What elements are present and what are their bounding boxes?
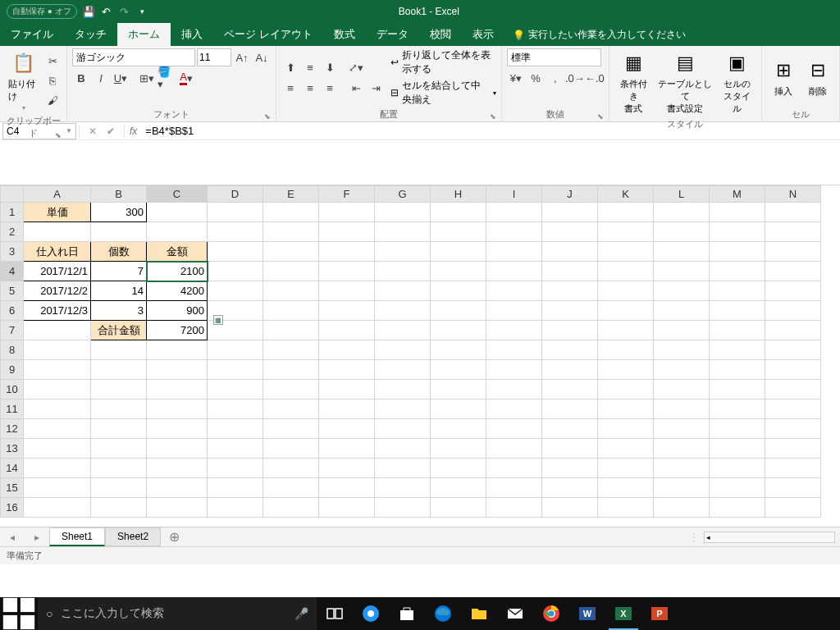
cell-N3[interactable] (765, 242, 821, 262)
cell-F15[interactable] (319, 478, 375, 498)
cell-F4[interactable] (319, 262, 375, 281)
cell-A5[interactable]: 2017/12/2 (24, 281, 91, 301)
cell-G8[interactable] (375, 340, 431, 360)
col-header-G[interactable]: G (375, 186, 431, 203)
cell-B11[interactable] (91, 399, 147, 419)
cell-M8[interactable] (710, 340, 765, 360)
row-header-9[interactable]: 9 (1, 360, 24, 380)
tab-ホーム[interactable]: ホーム (117, 23, 171, 46)
cell-J7[interactable] (542, 321, 598, 340)
col-header-A[interactable]: A (24, 186, 91, 203)
cell-L2[interactable] (654, 222, 710, 242)
cell-K2[interactable] (598, 222, 654, 242)
cell-L15[interactable] (654, 478, 710, 498)
cell-I8[interactable] (486, 340, 542, 360)
cell-F1[interactable] (319, 203, 375, 222)
task-view-icon[interactable] (317, 597, 353, 630)
cell-H12[interactable] (431, 419, 486, 439)
dialog-launcher-icon[interactable]: ⬊ (55, 131, 62, 139)
conditional-format-button[interactable]: ▦条件付き 書式 (614, 48, 653, 116)
cell-I13[interactable] (486, 439, 542, 459)
cell-E6[interactable] (263, 301, 319, 321)
col-header-I[interactable]: I (486, 186, 542, 203)
cell-H1[interactable] (431, 203, 486, 222)
cell-B6[interactable]: 3 (91, 301, 147, 321)
cell-I6[interactable] (486, 301, 542, 321)
cell-M12[interactable] (710, 419, 765, 439)
cell-N5[interactable] (765, 281, 821, 301)
cell-B5[interactable]: 14 (91, 281, 147, 301)
cell-N1[interactable] (765, 203, 821, 222)
cell-C7[interactable]: 7200 (147, 321, 208, 340)
row-header-11[interactable]: 11 (1, 399, 24, 419)
cell-G10[interactable] (375, 380, 431, 399)
cell-J2[interactable] (542, 222, 598, 242)
cell-D14[interactable] (208, 459, 263, 478)
col-header-M[interactable]: M (710, 186, 765, 203)
col-header-F[interactable]: F (319, 186, 375, 203)
tab-データ[interactable]: データ (366, 23, 419, 46)
cell-D2[interactable] (208, 222, 263, 242)
cell-D15[interactable] (208, 478, 263, 498)
cell-J3[interactable] (542, 242, 598, 262)
cut-button[interactable]: ✂ (43, 52, 62, 71)
cell-J8[interactable] (542, 340, 598, 360)
col-header-K[interactable]: K (598, 186, 654, 203)
cell-E8[interactable] (263, 340, 319, 360)
number-format-select[interactable] (507, 48, 601, 66)
cell-N11[interactable] (765, 399, 821, 419)
increase-decimal-icon[interactable]: .0→ (566, 69, 584, 87)
cell-styles-button[interactable]: ▣セルの スタイル (718, 48, 756, 116)
cell-H2[interactable] (431, 222, 486, 242)
cell-H14[interactable] (431, 459, 486, 478)
cell-J10[interactable] (542, 380, 598, 399)
cell-F13[interactable] (319, 439, 375, 459)
increase-font-icon[interactable]: A↑ (233, 48, 251, 66)
cell-I3[interactable] (486, 242, 542, 262)
powerpoint-icon[interactable]: P (641, 597, 678, 630)
row-header-8[interactable]: 8 (1, 340, 24, 360)
autofill-options-icon[interactable]: ▦ (213, 315, 223, 325)
orientation-icon[interactable]: ⤢▾ (347, 58, 365, 76)
edge-icon[interactable] (425, 597, 461, 630)
fx-icon[interactable]: fx (125, 126, 142, 137)
cell-C1[interactable] (147, 203, 208, 222)
row-header-15[interactable]: 15 (1, 478, 24, 498)
bold-button[interactable]: B (72, 69, 90, 87)
cell-A4[interactable]: 2017/12/1 (24, 262, 91, 281)
format-as-table-button[interactable]: ▤テーブルとして 書式設定 (655, 48, 717, 116)
redo-icon[interactable]: ↷ (118, 5, 131, 18)
cell-M1[interactable] (710, 203, 765, 222)
cell-C11[interactable] (147, 399, 208, 419)
cell-I5[interactable] (486, 281, 542, 301)
cell-B4[interactable]: 7 (91, 262, 147, 281)
cell-L3[interactable] (654, 242, 710, 262)
horizontal-scrollbar[interactable]: ◂ (704, 532, 835, 543)
paste-button[interactable]: 📋 貼り付け ▾ (5, 48, 42, 113)
cell-C13[interactable] (147, 439, 208, 459)
cell-K4[interactable] (598, 262, 654, 281)
cell-M4[interactable] (710, 262, 765, 281)
cell-J12[interactable] (542, 419, 598, 439)
font-name-input[interactable] (72, 48, 195, 66)
cell-E4[interactable] (263, 262, 319, 281)
cell-E3[interactable] (263, 242, 319, 262)
tab-挿入[interactable]: 挿入 (171, 23, 213, 46)
cell-I1[interactable] (486, 203, 542, 222)
align-center-icon[interactable]: ≡ (301, 79, 319, 97)
row-header-16[interactable]: 16 (1, 498, 24, 518)
cell-G4[interactable] (375, 262, 431, 281)
cell-A7[interactable] (24, 321, 91, 340)
cell-J5[interactable] (542, 281, 598, 301)
cell-B10[interactable] (91, 380, 147, 399)
row-header-7[interactable]: 7 (1, 321, 24, 340)
cell-M2[interactable] (710, 222, 765, 242)
cell-F3[interactable] (319, 242, 375, 262)
align-right-icon[interactable]: ≡ (321, 79, 339, 97)
tell-me-box[interactable]: 💡 実行したい作業を入力してください (504, 24, 694, 46)
enter-formula-icon[interactable]: ✔ (103, 126, 119, 137)
cell-I10[interactable] (486, 380, 542, 399)
cell-M5[interactable] (710, 281, 765, 301)
cell-H7[interactable] (431, 321, 486, 340)
col-header-N[interactable]: N (765, 186, 821, 203)
